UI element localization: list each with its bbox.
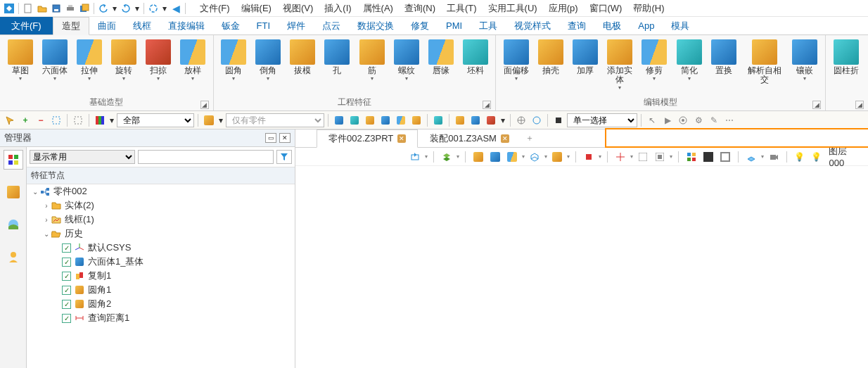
vt-grid1-icon[interactable] <box>684 150 698 164</box>
undo-dropdown[interactable]: ▾ <box>111 2 118 15</box>
ribbon-tab-exchange[interactable]: 数据交换 <box>349 17 402 34</box>
trim-button[interactable]: 修剪▾ <box>639 38 670 83</box>
close-icon[interactable]: ✕ <box>397 134 406 143</box>
stock-button[interactable]: 坯料 <box>459 38 491 77</box>
ribbon-tab-modeling[interactable]: 造型 <box>53 17 89 35</box>
vt-sq2-icon[interactable] <box>653 150 667 164</box>
tb-ic-4[interactable] <box>378 113 392 127</box>
add-tab-button[interactable]: ＋ <box>521 129 538 147</box>
ribbon-tab-query[interactable]: 查询 <box>559 17 594 34</box>
menu-query[interactable]: 查询(N) <box>399 1 441 16</box>
cube-filter-dropdown[interactable]: ▾ <box>217 113 224 127</box>
group-basic-launcher[interactable]: ◢ <box>200 101 209 109</box>
tb-ic-7[interactable] <box>431 113 445 127</box>
expand-toggle[interactable]: ⌄ <box>31 188 39 196</box>
cylfold-button[interactable]: 圆柱折 <box>830 38 862 77</box>
vt-layers-icon[interactable] <box>440 150 454 164</box>
fillet-button[interactable]: 圆角▾ <box>218 38 250 83</box>
shell-button[interactable]: 抽壳 <box>535 38 567 77</box>
menu-app[interactable]: 应用(p) <box>543 1 584 16</box>
tree-column-header[interactable]: 特征节点 <box>27 167 295 184</box>
ribbon-tab-heal[interactable]: 修复 <box>402 17 438 34</box>
funnel-icon[interactable] <box>276 150 292 164</box>
inlay-button[interactable]: 镶嵌▾ <box>789 38 821 83</box>
tree-node-history[interactable]: ⌄ 历史 <box>27 227 295 241</box>
side-tab-user[interactable] <box>4 247 23 267</box>
lip-button[interactable]: 唇缘 <box>425 38 457 77</box>
ribbon-tab-mold[interactable]: 模具 <box>663 17 698 34</box>
vt-grid3-icon[interactable] <box>718 150 732 164</box>
vt-sq1-icon[interactable] <box>636 150 650 164</box>
lasso-sel-icon[interactable] <box>71 113 85 127</box>
color-filter-icon[interactable] <box>93 113 107 127</box>
arrow-icon[interactable] <box>3 113 17 127</box>
tb-pencil-icon[interactable]: ✎ <box>707 113 721 127</box>
ribbon-tab-directedit[interactable]: 直接编辑 <box>160 17 213 34</box>
tree-node-fillet2[interactable]: ✓ 圆角2 <box>27 297 295 311</box>
group-eng-launcher[interactable]: ◢ <box>483 101 491 109</box>
tb-record-icon[interactable] <box>676 113 690 127</box>
checkbox-icon[interactable]: ✓ <box>62 243 71 253</box>
vt-align-icon[interactable] <box>408 150 422 164</box>
vt-section-icon[interactable] <box>582 150 596 164</box>
tree-node-wire[interactable]: › 线框(1) <box>27 212 295 227</box>
menu-window[interactable]: 窗口(W) <box>584 1 628 16</box>
revolve-button[interactable]: 旋转▾ <box>108 38 139 83</box>
ribbon-tab-weld[interactable]: 焊件 <box>279 17 314 34</box>
tree-search-input[interactable] <box>138 150 274 164</box>
redo-dropdown[interactable]: ▾ <box>134 2 141 15</box>
close-icon[interactable]: ✕ <box>501 134 509 143</box>
loft-button[interactable]: 放样▾ <box>177 38 209 83</box>
menu-file[interactable]: 文件(F) <box>194 1 236 16</box>
menu-tools[interactable]: 工具(T) <box>441 1 483 16</box>
group-edit-launcher[interactable]: ◢ <box>812 101 821 109</box>
remove-sel-icon[interactable]: − <box>34 113 48 127</box>
vt-cube3-icon[interactable] <box>505 150 519 164</box>
filter-combo2[interactable]: 仅有零件 <box>226 113 324 127</box>
new-icon[interactable] <box>22 2 34 15</box>
vt-cube1-icon[interactable] <box>471 150 485 164</box>
ribbon-tab-tools[interactable]: 工具 <box>471 17 506 34</box>
tb-ic-2[interactable] <box>347 113 362 127</box>
tb-ic-6[interactable] <box>409 113 423 127</box>
tb-ic-13[interactable] <box>551 113 566 127</box>
ribbon-tab-electrode[interactable]: 电极 <box>594 17 630 34</box>
offset-button[interactable]: 面偏移▾ <box>500 38 532 83</box>
vt-cube2-icon[interactable] <box>488 150 502 164</box>
ribbon-tab-sheetmetal[interactable]: 钣金 <box>213 17 248 34</box>
model-canvas[interactable] <box>295 166 868 368</box>
vt-plane-icon[interactable] <box>744 150 758 164</box>
tree-node-copy1[interactable]: ✓ 复制1 <box>27 269 295 283</box>
selfx-button[interactable]: 解析自相交 <box>742 38 786 86</box>
tb-play-icon[interactable]: ▶ <box>660 113 675 127</box>
tb-gear-icon[interactable]: ⚙ <box>691 113 706 127</box>
vt-bulb-icon[interactable]: 💡 <box>793 150 807 164</box>
replace-button[interactable]: 置换 <box>708 38 739 77</box>
tree-node-csys[interactable]: ✓ 默认CSYS <box>27 241 295 255</box>
file-tab[interactable]: 文件(F) <box>0 17 53 34</box>
thread-button[interactable]: 螺纹▾ <box>390 38 422 83</box>
chamfer-button[interactable]: 倒角▾ <box>253 38 284 83</box>
manager-float-icon[interactable]: ▭ <box>265 133 276 143</box>
addbody-button[interactable]: 添加实体▾ <box>604 38 636 92</box>
ribbon-tab-surface[interactable]: 曲面 <box>89 17 125 34</box>
cube-filter-icon[interactable] <box>202 113 216 127</box>
filter-combo1[interactable]: 全部 <box>117 113 194 127</box>
checkbox-icon[interactable]: ✓ <box>62 258 71 267</box>
menu-attr[interactable]: 属性(A) <box>357 1 399 16</box>
menu-help[interactable]: 帮助(H) <box>627 1 670 16</box>
tb-ic-11[interactable] <box>514 113 528 127</box>
undo-icon[interactable] <box>97 2 110 15</box>
vt-origin-icon[interactable] <box>613 150 627 164</box>
thicken-button[interactable]: 加厚 <box>570 38 601 77</box>
doc-tab-asm[interactable]: 装配001.Z3ASM ✕ <box>418 129 521 147</box>
sweep-button[interactable]: 扫掠▾ <box>142 38 174 83</box>
manager-close-icon[interactable]: ✕ <box>279 133 291 143</box>
rib-button[interactable]: 筋▾ <box>356 38 388 83</box>
tb-ic-9[interactable] <box>468 113 483 127</box>
vt-shade-icon[interactable] <box>550 150 564 164</box>
doc-tab-part[interactable]: 零件002.Z3PRT ✕ <box>317 129 418 148</box>
ribbon-tab-pmi[interactable]: PMI <box>438 17 471 34</box>
menu-util[interactable]: 实用工具(U) <box>483 1 543 16</box>
hole-button[interactable]: 孔 <box>321 38 353 77</box>
